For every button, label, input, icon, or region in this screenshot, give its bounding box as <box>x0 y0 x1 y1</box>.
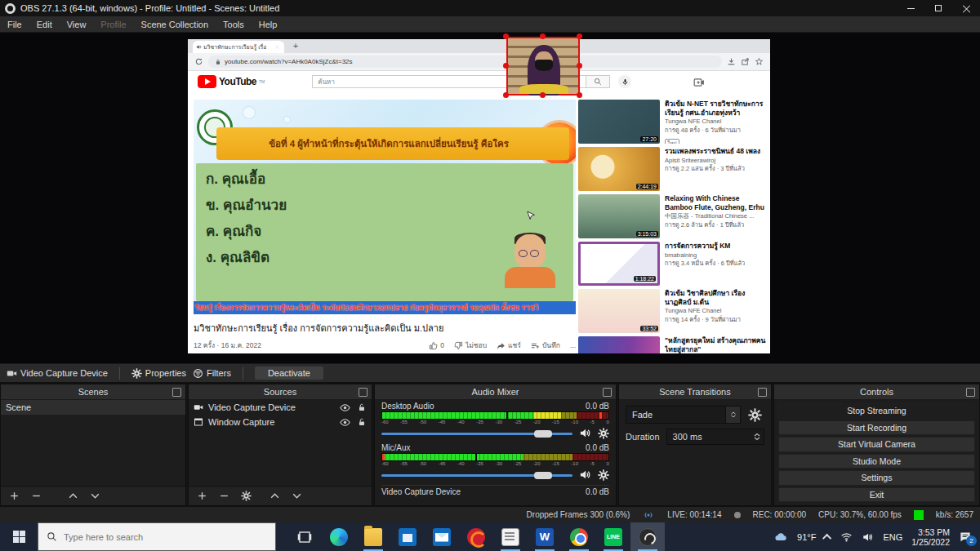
taskbar-store[interactable] <box>390 522 425 551</box>
resize-handle-nw[interactable] <box>503 33 509 39</box>
language-indicator[interactable]: ENG <box>883 532 902 542</box>
video-player[interactable]: ข้อที่ 4 ผู้ทำหน้าที่กระตุ้นให้เกิดการแล… <box>194 100 576 314</box>
suggested-video-item[interactable]: 2:44:19 รวมเพลงพระราชนิพนธ์ 48 เพลงApisi… <box>578 147 768 191</box>
panel-collapse-icon[interactable] <box>172 388 181 397</box>
dislike-button[interactable]: ไม่ชอบ <box>454 340 487 351</box>
youtube-voice-search-button[interactable] <box>618 75 631 88</box>
suggested-video-item[interactable]: 33:52 ติวเข้ม วิชาศิลปศึกษา เรื่องนาฏศิล… <box>578 289 768 333</box>
exit-button[interactable]: Exit <box>778 487 975 503</box>
video-thumbnail[interactable]: 33:52 <box>578 289 660 333</box>
resize-handle-s[interactable] <box>540 92 546 98</box>
channel-settings-gear-icon[interactable] <box>598 428 609 439</box>
taskbar-file-explorer[interactable] <box>356 522 390 551</box>
browser-tab[interactable]: มวิชาทักษะการเรียนรู้ เรื่อ <box>193 41 284 53</box>
panel-collapse-icon[interactable] <box>359 388 368 397</box>
volume-slider[interactable] <box>381 429 572 438</box>
youtube-search-button[interactable] <box>586 75 610 88</box>
channel-settings-gear-icon[interactable] <box>598 469 609 481</box>
panel-collapse-icon[interactable] <box>966 388 975 397</box>
taskbar-word[interactable]: W <box>528 522 562 551</box>
minimize-button[interactable] <box>897 0 924 16</box>
properties-button[interactable]: Properties <box>131 368 186 379</box>
menu-tools[interactable]: Tools <box>216 16 252 33</box>
suggested-video-item[interactable]: 3:15:03 Relaxing With Chinese Bamboo Flu… <box>578 194 768 238</box>
duration-input[interactable]: 300 ms <box>666 429 764 445</box>
settings-button[interactable]: Settings <box>778 470 975 486</box>
taskbar-chrome[interactable] <box>562 522 596 551</box>
suggested-video-item[interactable]: 1:18:22 การจัดการความรู้ KMbmatrainingกา… <box>578 242 768 286</box>
task-view-button[interactable] <box>287 522 322 551</box>
start-recording-button[interactable]: Start Recording <box>778 420 975 436</box>
scene-up-button[interactable] <box>68 491 78 501</box>
suggested-video-item[interactable]: 27:20 ติวเข้ม N-NET รายวิชาทักษะการเรียน… <box>578 100 768 144</box>
taskbar-ccleaner[interactable] <box>459 522 493 551</box>
volume-slider[interactable] <box>381 470 572 480</box>
transition-select-spinner[interactable] <box>726 406 741 424</box>
wifi-icon[interactable] <box>840 531 853 543</box>
speaker-mute-icon[interactable] <box>579 469 591 481</box>
share-page-icon[interactable] <box>741 57 750 66</box>
resize-handle-n[interactable] <box>540 33 546 39</box>
share-button[interactable]: แชร์ <box>497 340 521 351</box>
preview-area[interactable]: มวิชาทักษะการเรียนรู้ เรื่อ + youtube.co… <box>0 33 980 363</box>
taskbar-obs[interactable] <box>630 522 665 551</box>
download-icon[interactable] <box>727 57 736 66</box>
temperature[interactable]: 91°F <box>797 532 816 542</box>
suggested-video-item[interactable]: "หลักสูตรยุคใหม่ สร้างคุณภาพคน ไทยสู่สาก… <box>578 336 768 353</box>
tab-close-icon[interactable] <box>275 45 279 49</box>
video-capture-source-selected[interactable] <box>506 37 580 96</box>
like-button[interactable]: 0 <box>429 341 444 350</box>
source-item-window-capture[interactable]: Window Capture <box>189 415 372 429</box>
bookmark-star-icon[interactable] <box>755 57 764 66</box>
scene-down-button[interactable] <box>90 491 100 501</box>
youtube-logo[interactable]: YouTube TM <box>198 75 265 88</box>
video-thumbnail[interactable] <box>578 336 660 353</box>
more-actions-button[interactable]: ... <box>570 341 576 349</box>
speaker-mute-icon[interactable] <box>579 427 591 439</box>
slider-knob[interactable] <box>534 472 552 479</box>
visibility-eye-icon[interactable] <box>340 402 350 413</box>
start-virtual-camera-button[interactable]: Start Virtual Camera <box>778 437 975 452</box>
start-button[interactable] <box>0 522 38 551</box>
transition-settings-button[interactable] <box>745 406 764 424</box>
menu-view[interactable]: View <box>60 16 94 33</box>
source-up-button[interactable] <box>270 491 280 501</box>
menu-file[interactable]: File <box>0 16 29 33</box>
scene-item[interactable]: Scene <box>1 400 185 415</box>
show-hidden-icons-chevron[interactable] <box>822 533 831 542</box>
video-thumbnail[interactable]: 27:20 <box>578 100 660 144</box>
resize-handle-se[interactable] <box>577 92 582 98</box>
save-button[interactable]: บันทึก <box>531 340 560 351</box>
source-item-video-capture[interactable]: Video Capture Device <box>189 400 372 415</box>
add-scene-button[interactable] <box>9 491 20 501</box>
video-thumbnail[interactable]: 3:15:03 <box>578 194 660 238</box>
taskbar-mail[interactable] <box>425 522 459 551</box>
panel-collapse-icon[interactable] <box>603 388 612 397</box>
volume-icon[interactable] <box>862 531 874 543</box>
reload-icon[interactable] <box>194 57 203 66</box>
stop-streaming-button[interactable]: Stop Streaming <box>778 403 975 419</box>
duration-spinner[interactable] <box>752 429 762 444</box>
taskbar-line[interactable]: LINE <box>596 522 630 551</box>
source-down-button[interactable] <box>292 491 302 501</box>
panel-collapse-icon[interactable] <box>758 388 767 397</box>
remove-source-button[interactable] <box>219 491 229 501</box>
studio-mode-button[interactable]: Studio Mode <box>778 454 975 469</box>
source-properties-button[interactable] <box>241 491 252 501</box>
taskbar-edge[interactable] <box>322 522 356 551</box>
close-button[interactable] <box>952 0 980 16</box>
filters-button[interactable]: Filters <box>193 368 231 379</box>
transition-select[interactable]: Fade <box>626 406 726 424</box>
new-tab-button[interactable]: + <box>291 42 301 51</box>
visibility-eye-icon[interactable] <box>340 417 350 428</box>
youtube-create-button[interactable] <box>693 74 705 89</box>
lock-open-icon[interactable] <box>357 402 367 412</box>
taskbar-notepad[interactable] <box>493 522 528 551</box>
url-box[interactable]: youtube.com/watch?v=AHk0A0kSjZc&t=32s <box>208 56 722 68</box>
menu-scene-collection[interactable]: Scene Collection <box>134 16 216 33</box>
weather-cloud-icon[interactable] <box>773 531 788 544</box>
deactivate-button[interactable]: Deactivate <box>255 367 323 380</box>
lock-open-icon[interactable] <box>357 417 367 427</box>
taskbar-clock[interactable]: 3:53 PM 1/25/2022 <box>911 527 950 547</box>
resize-handle-sw[interactable] <box>503 92 509 98</box>
